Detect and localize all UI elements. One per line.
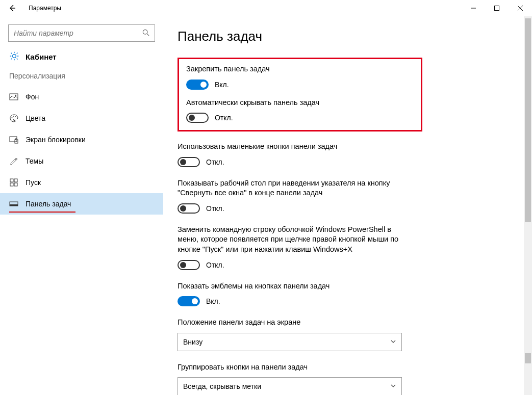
lockscreen-icon xyxy=(9,135,18,144)
toggle-powershell[interactable] xyxy=(178,260,200,270)
sidebar-item-label: Панель задач xyxy=(26,200,71,208)
svg-rect-12 xyxy=(14,183,17,186)
themes-icon xyxy=(9,156,18,166)
setting-label: Группировать кнопки на панели задач xyxy=(178,362,412,373)
sidebar-item-label: Фон xyxy=(26,93,39,101)
setting-taskbar-position: Положение панели задач на экране Внизу xyxy=(178,318,412,351)
svg-point-3 xyxy=(15,95,16,96)
setting-badges: Показать эмблемы на кнопках панели задач… xyxy=(178,281,412,307)
home-button[interactable]: Кабинет xyxy=(0,48,163,70)
minimize-button[interactable] xyxy=(462,0,485,16)
picture-icon xyxy=(9,92,18,101)
window-controls xyxy=(462,0,532,16)
svg-rect-9 xyxy=(10,179,13,182)
scrollbar[interactable] xyxy=(524,16,532,395)
svg-point-5 xyxy=(13,116,14,117)
search-input[interactable] xyxy=(14,29,142,37)
content-area: Панель задач Закрепить панель задач Вкл.… xyxy=(163,16,532,395)
gear-icon xyxy=(9,51,19,63)
page-title: Панель задач xyxy=(178,29,520,44)
svg-point-1 xyxy=(143,30,147,34)
home-label: Кабинет xyxy=(26,52,57,61)
annotation-underline xyxy=(9,212,75,213)
sidebar-item-background[interactable]: Фон xyxy=(0,86,163,108)
back-button[interactable] xyxy=(0,0,24,16)
taskbar-icon xyxy=(9,199,18,208)
svg-rect-11 xyxy=(10,183,13,186)
svg-rect-10 xyxy=(14,179,17,182)
toggle-autohide[interactable] xyxy=(186,113,209,123)
setting-label: Закрепить панель задач xyxy=(186,64,414,74)
maximize-button[interactable] xyxy=(485,0,509,16)
sidebar-item-label: Пуск xyxy=(26,178,41,187)
sidebar-item-colors[interactable]: Цвета xyxy=(0,108,163,129)
minimize-icon xyxy=(471,6,476,11)
setting-label: Автоматически скрывать панель задач xyxy=(186,98,414,108)
sidebar-item-label: Экран блокировки xyxy=(26,136,86,144)
setting-grouping: Группировать кнопки на панели задач Всег… xyxy=(178,362,412,395)
toggle-status: Откл. xyxy=(215,114,233,122)
svg-point-6 xyxy=(15,116,16,117)
setting-autohide: Автоматически скрывать панель задач Откл… xyxy=(186,98,414,123)
chevron-down-icon xyxy=(390,382,396,390)
chevron-down-icon xyxy=(390,338,396,346)
start-icon xyxy=(9,178,18,187)
sidebar-item-lockscreen[interactable]: Экран блокировки xyxy=(0,129,163,150)
svg-rect-14 xyxy=(10,204,18,206)
setting-label: Положение панели задач на экране xyxy=(178,318,412,328)
dropdown-grouping[interactable]: Всегда, скрывать метки xyxy=(178,377,402,395)
setting-label: Показать эмблемы на кнопках панели задач xyxy=(178,281,412,292)
toggle-badges[interactable] xyxy=(178,296,200,306)
setting-lock-taskbar: Закрепить панель задач Вкл. xyxy=(186,64,414,90)
window-title: Параметры xyxy=(29,5,61,12)
search-icon xyxy=(142,29,149,38)
setting-powershell: Заменить командную строку оболочкой Wind… xyxy=(178,225,412,270)
toggle-small-buttons[interactable] xyxy=(178,157,200,167)
setting-label: Заменить командную строку оболочкой Wind… xyxy=(178,225,412,255)
sidebar-item-taskbar[interactable]: Панель задач xyxy=(0,193,163,215)
arrow-left-icon xyxy=(8,4,16,12)
sidebar-item-label: Темы xyxy=(26,157,43,165)
sidebar-item-start[interactable]: Пуск xyxy=(0,172,163,193)
svg-point-4 xyxy=(12,117,13,118)
sidebar: Кабинет Персонализация Фон Цвета Экран б… xyxy=(0,16,163,395)
sidebar-item-label: Цвета xyxy=(26,114,45,122)
search-box[interactable] xyxy=(8,24,155,42)
sidebar-item-themes[interactable]: Темы xyxy=(0,150,163,172)
maximize-icon xyxy=(494,6,499,11)
scrollbar-thumb[interactable] xyxy=(525,353,531,363)
close-button[interactable] xyxy=(509,0,532,16)
dropdown-value: Всегда, скрывать метки xyxy=(183,382,261,390)
dropdown-taskbar-position[interactable]: Внизу xyxy=(178,333,402,351)
svg-rect-0 xyxy=(495,6,499,11)
toggle-status: Откл. xyxy=(206,158,224,166)
titlebar: Параметры xyxy=(0,0,532,16)
palette-icon xyxy=(9,114,18,123)
toggle-status: Откл. xyxy=(206,204,224,213)
toggle-lock-taskbar[interactable] xyxy=(186,80,209,90)
setting-peek: Показывать рабочий стол при наведении ук… xyxy=(178,178,412,214)
section-header: Персонализация xyxy=(0,70,163,86)
scrollbar-thumb[interactable] xyxy=(525,18,531,222)
annotation-frame: Закрепить панель задач Вкл. Автоматическ… xyxy=(178,58,422,131)
toggle-status: Откл. xyxy=(206,261,224,269)
setting-small-buttons: Использовать маленькие кнопки панели зад… xyxy=(178,142,412,167)
toggle-status: Вкл. xyxy=(206,297,220,305)
close-icon xyxy=(518,6,523,11)
toggle-peek[interactable] xyxy=(178,203,200,214)
toggle-status: Вкл. xyxy=(215,81,229,89)
setting-label: Использовать маленькие кнопки панели зад… xyxy=(178,142,412,152)
dropdown-value: Внизу xyxy=(183,338,202,346)
setting-label: Показывать рабочий стол при наведении ук… xyxy=(178,178,412,198)
